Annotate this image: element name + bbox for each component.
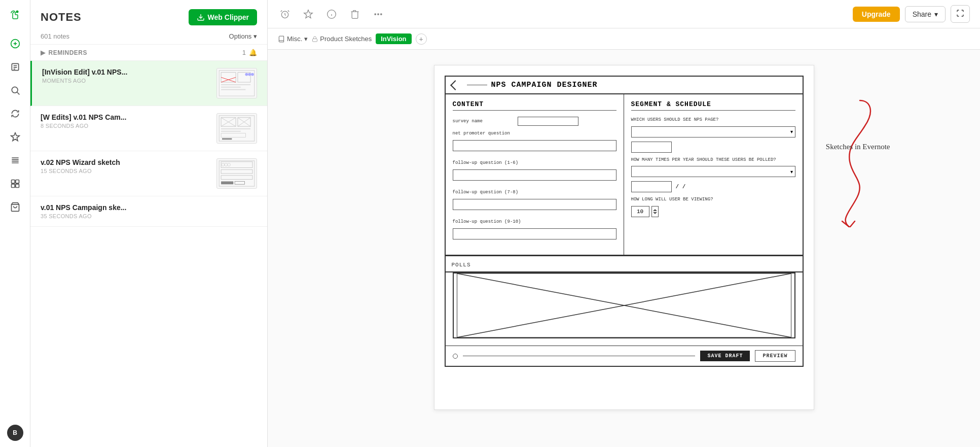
sketch-small-input <box>631 142 672 153</box>
svg-point-29 <box>251 73 254 76</box>
svg-point-1 <box>16 11 18 13</box>
sidebar-item-notebooks[interactable] <box>8 153 22 167</box>
svg-rect-38 <box>221 128 250 129</box>
sketch-segment-text3: HOW LONG WILL USER BE VIEWING? <box>631 196 795 203</box>
sketch-circle-icon <box>453 354 458 359</box>
sketch-image-placeholder <box>453 272 795 338</box>
upgrade-button[interactable]: Upgrade <box>853 7 900 22</box>
svg-rect-13 <box>15 180 19 184</box>
svg-point-59 <box>381 13 382 15</box>
sidebar-item-notes[interactable] <box>8 60 22 74</box>
notebook-breadcrumb[interactable]: Misc. ▾ <box>278 35 308 43</box>
notes-panel: NOTES Web Clipper 601 notes Options ▾ ▶ … <box>30 0 268 447</box>
svg-rect-41 <box>222 138 232 140</box>
sketch-pointer-icon <box>450 80 460 90</box>
sidebar-item-shortcuts[interactable] <box>8 130 22 144</box>
web-clipper-icon <box>197 13 205 21</box>
note-title: v.01 NPS Campaign ske... <box>41 203 257 212</box>
sketch-dropdown2: ▾ <box>631 166 795 177</box>
sketch-number: / / <box>676 184 686 190</box>
notes-header: NOTES Web Clipper <box>30 0 267 30</box>
svg-marker-11 <box>11 133 19 141</box>
sketch-segment-text2: HOW MANY TIMES PER YEAR SHOULD THESE USE… <box>631 157 795 163</box>
note-title: [W Edits] v.01 NPS Cam... <box>41 113 210 121</box>
reminders-count: 1 <box>242 49 246 56</box>
svg-rect-50 <box>221 181 233 184</box>
note-item[interactable]: v.01 NPS Campaign ske... 35 SECONDS AGO <box>30 196 267 227</box>
sketch-counter: 10 <box>637 209 643 215</box>
note-item[interactable]: v.02 NPS Wizard sketch 15 SECONDS AGO <box>30 151 267 196</box>
annotation-arrow <box>809 95 880 227</box>
trash-icon[interactable] <box>348 7 362 21</box>
alarm-icon[interactable] <box>278 7 292 21</box>
up-arrow-icon <box>653 209 657 211</box>
svg-marker-53 <box>304 10 313 18</box>
note-time: 8 SECONDS AGO <box>41 123 210 129</box>
down-arrow-icon <box>653 212 657 214</box>
notes-count: 601 notes <box>41 32 69 40</box>
svg-rect-25 <box>221 87 241 88</box>
more-icon[interactable] <box>371 7 385 21</box>
sketch-segment-col: SEGMENT & SCHEDULE WHICH USERS SHOULD SE… <box>624 94 803 255</box>
reminders-row[interactable]: ▶ REMINDERS 1 🔔 <box>30 44 267 61</box>
svg-point-28 <box>248 73 251 76</box>
svg-point-58 <box>378 13 379 15</box>
notes-list: [InVision Edit] v.01 NPS... MOMENTS AGO <box>30 61 267 227</box>
sketch-content-title: CONTENT <box>453 100 616 111</box>
chevron-right-icon: ▶ <box>41 49 46 56</box>
chevron-down-icon: ▾ <box>304 35 308 43</box>
sidebar-item-market[interactable] <box>8 200 22 214</box>
svg-point-9 <box>12 87 18 93</box>
sketch-save-draft-button[interactable]: SAVE DRAFT <box>700 351 750 361</box>
notes-panel-title: NOTES <box>41 11 82 24</box>
svg-rect-12 <box>11 180 15 184</box>
share-button[interactable]: Share ▾ <box>905 6 946 22</box>
sidebar-item-tags[interactable] <box>8 177 22 191</box>
sketch-footer: SAVE DRAFT PREVIEW <box>446 346 803 366</box>
note-title: [InVision Edit] v.01 NPS... <box>42 68 210 76</box>
reminders-section: ▶ REMINDERS <box>41 49 87 56</box>
lock-icon <box>312 36 318 42</box>
chevron-down-icon: ▾ <box>934 10 938 18</box>
star-icon[interactable] <box>301 7 315 21</box>
note-item[interactable]: [W Edits] v.01 NPS Cam... 8 SECONDS AGO <box>30 106 267 151</box>
reminders-label: REMINDERS <box>49 49 88 56</box>
svg-line-10 <box>17 92 19 95</box>
svg-rect-15 <box>15 184 19 188</box>
sidebar-item-search[interactable] <box>8 83 22 97</box>
reminder-bell-icon: 🔔 <box>249 49 257 56</box>
sketch-polls-row: POLLS <box>446 256 803 272</box>
svg-point-27 <box>245 73 248 76</box>
options-button[interactable]: Options ▾ <box>229 32 257 40</box>
fullscreen-button[interactable] <box>951 5 970 23</box>
evernote-logo[interactable] <box>6 6 24 24</box>
add-tag-button[interactable]: + <box>416 33 427 45</box>
tag-invision[interactable]: InVision <box>376 33 411 44</box>
sketch-wrapper: NPS CAMPAIGN DESIGNER CONTENT Survey Nam… <box>434 65 814 432</box>
sidebar-item-sync[interactable] <box>8 107 22 121</box>
notebook-icon <box>278 36 285 43</box>
sketch-title: NPS CAMPAIGN DESIGNER <box>491 81 598 89</box>
annotation-text: Sketches in Evernote <box>826 141 890 153</box>
user-avatar[interactable]: B <box>7 425 23 441</box>
svg-rect-39 <box>221 131 241 132</box>
svg-rect-14 <box>11 184 15 188</box>
note-thumbnail <box>216 158 257 189</box>
top-toolbar: Upgrade Share ▾ <box>268 0 980 28</box>
sketch-dropdown: ▾ <box>631 126 795 137</box>
sketch-preview-button[interactable]: PREVIEW <box>755 350 795 362</box>
svg-point-57 <box>375 13 376 15</box>
note-time: MOMENTS AGO <box>42 78 210 84</box>
sketch-content-grid: CONTENT Survey Name Net Promoter Questio… <box>446 94 803 256</box>
sketch-wireframe: NPS CAMPAIGN DESIGNER CONTENT Survey Nam… <box>445 76 804 367</box>
note-title: v.02 NPS Wizard sketch <box>41 158 210 166</box>
note-time: 35 SECONDS AGO <box>41 213 257 219</box>
note-content-area[interactable]: NPS CAMPAIGN DESIGNER CONTENT Survey Nam… <box>268 50 980 447</box>
note-item[interactable]: [InVision Edit] v.01 NPS... MOMENTS AGO <box>30 61 267 106</box>
web-clipper-button[interactable]: Web Clipper <box>189 9 257 25</box>
tag-product-sketches[interactable]: Product Sketches <box>320 35 372 43</box>
sidebar-item-new[interactable] <box>8 37 22 51</box>
sketch-container: NPS CAMPAIGN DESIGNER CONTENT Survey Nam… <box>434 65 814 410</box>
sketch-polls-label: POLLS <box>452 262 471 268</box>
info-icon[interactable] <box>324 7 339 21</box>
